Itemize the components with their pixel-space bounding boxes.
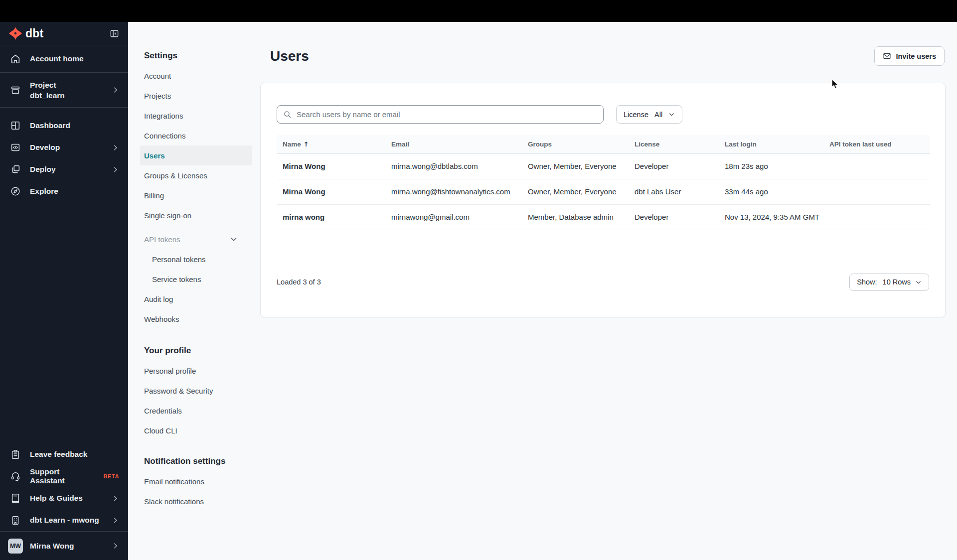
dbt-logo: dbt bbox=[9, 27, 43, 40]
settings-nav-item-connections[interactable]: Connections bbox=[144, 126, 252, 145]
settings-nav: Settings Account Projects Integrations C… bbox=[128, 22, 252, 560]
invite-users-button[interactable]: Invite users bbox=[874, 46, 945, 66]
sidebar-project-name: dbt_learn bbox=[30, 91, 65, 100]
sidebar-item-label: Leave feedback bbox=[30, 450, 87, 459]
code-window-icon bbox=[10, 142, 21, 153]
settings-nav-item-account[interactable]: Account bbox=[144, 66, 252, 86]
settings-nav-item-webhooks[interactable]: Webhooks bbox=[144, 309, 252, 329]
column-header-groups[interactable]: Groups bbox=[522, 135, 629, 153]
dbt-logo-icon bbox=[9, 27, 22, 40]
top-black-bar bbox=[0, 0, 957, 22]
sidebar-item-label: Explore bbox=[30, 187, 58, 196]
settings-nav-heading: Settings bbox=[144, 46, 252, 66]
search-input[interactable] bbox=[297, 110, 597, 119]
settings-nav-item-api-tokens[interactable]: API tokens bbox=[144, 229, 252, 249]
cell-email: mirnawong@gmail.com bbox=[385, 204, 522, 230]
table-row[interactable]: Mirna Wong mirna.wong@dbtlabs.com Owner,… bbox=[277, 153, 930, 179]
page-title: Users bbox=[270, 48, 309, 64]
profile-nav-heading: Your profile bbox=[144, 341, 252, 361]
sidebar-item-project[interactable]: Project dbt_learn bbox=[0, 73, 128, 108]
cell-license: Developer bbox=[629, 153, 719, 179]
column-header-email[interactable]: Email bbox=[385, 135, 522, 153]
settings-nav-item-users[interactable]: Users bbox=[140, 145, 258, 165]
deploy-squares-icon bbox=[10, 164, 21, 175]
license-filter-label: License bbox=[624, 111, 648, 119]
headset-icon bbox=[10, 471, 21, 482]
cell-api-token bbox=[823, 179, 930, 204]
settings-nav-item-personal-profile[interactable]: Personal profile bbox=[144, 361, 252, 381]
sidebar-item-label: Account home bbox=[30, 54, 84, 63]
settings-nav-item-cloud-cli[interactable]: Cloud CLI bbox=[144, 420, 252, 440]
rows-per-page-dropdown[interactable]: Show: 10 Rows bbox=[849, 274, 929, 291]
cell-email: mirna.wong@fishtownanalytics.com bbox=[385, 179, 522, 204]
sidebar-item-support-assistant[interactable]: Support Assistant BETA bbox=[0, 465, 128, 487]
settings-nav-item-groups-licenses[interactable]: Groups & Licenses bbox=[144, 165, 252, 185]
cell-last-login: 18m 23s ago bbox=[719, 153, 823, 179]
settings-nav-item-slack-notifications[interactable]: Slack notifications bbox=[144, 491, 252, 511]
settings-nav-item-single-sign-on[interactable]: Single sign-on bbox=[144, 205, 252, 225]
sidebar-item-help-guides[interactable]: Help & Guides bbox=[0, 487, 128, 509]
column-header-last-login[interactable]: Last login bbox=[719, 135, 823, 153]
main-content: Users Invite users License All bbox=[252, 22, 957, 560]
cell-license: dbt Labs User bbox=[629, 179, 719, 204]
cell-name: Mirna Wong bbox=[277, 153, 385, 179]
cell-last-login: Nov 13, 2024, 9:35 AM GMT bbox=[719, 204, 823, 230]
settings-nav-item-audit-log[interactable]: Audit log bbox=[144, 289, 252, 309]
collapse-sidebar-icon[interactable] bbox=[110, 29, 119, 38]
sidebar-project-label: Project bbox=[30, 80, 65, 90]
building-icon bbox=[10, 515, 21, 526]
sidebar-item-label: Deploy bbox=[30, 165, 56, 174]
user-search bbox=[277, 105, 604, 124]
column-header-api-token-last-used[interactable]: API token last used bbox=[823, 135, 930, 153]
settings-nav-item-email-notifications[interactable]: Email notifications bbox=[144, 471, 252, 491]
settings-nav-item-personal-tokens[interactable]: Personal tokens bbox=[144, 249, 252, 269]
settings-nav-item-service-tokens[interactable]: Service tokens bbox=[144, 269, 252, 289]
sidebar-item-develop[interactable]: Develop bbox=[0, 137, 128, 158]
sidebar-item-leave-feedback[interactable]: Leave feedback bbox=[0, 443, 128, 465]
chevron-right-icon bbox=[112, 495, 119, 502]
table-row[interactable]: Mirna Wong mirna.wong@fishtownanalytics.… bbox=[277, 179, 930, 204]
app-sidebar: dbt Account home Project dbt_learn bbox=[0, 22, 128, 560]
chevron-right-icon bbox=[112, 517, 119, 524]
sidebar-item-label: dbt Learn - mwong bbox=[30, 516, 99, 525]
sidebar-item-account-home[interactable]: Account home bbox=[0, 45, 128, 73]
project-box-icon bbox=[10, 85, 21, 96]
sort-ascending-icon: ↑ bbox=[304, 140, 309, 148]
chevron-right-icon bbox=[112, 542, 119, 550]
sidebar-item-label: Dashboard bbox=[30, 121, 70, 130]
sidebar-item-dashboard[interactable]: Dashboard bbox=[0, 115, 128, 137]
sidebar-item-deploy[interactable]: Deploy bbox=[0, 158, 128, 180]
settings-nav-item-billing[interactable]: Billing bbox=[144, 185, 252, 205]
settings-nav-item-credentials[interactable]: Credentials bbox=[144, 401, 252, 420]
sidebar-item-account-switcher[interactable]: dbt Learn - mwong bbox=[0, 509, 128, 531]
column-header-license[interactable]: License bbox=[629, 135, 719, 153]
table-row[interactable]: mirna wong mirnawong@gmail.com Member, D… bbox=[277, 204, 930, 230]
sidebar-item-label: Support Assistant bbox=[30, 467, 90, 485]
book-icon bbox=[10, 493, 21, 504]
compass-icon bbox=[10, 186, 21, 197]
cell-api-token bbox=[823, 153, 930, 179]
cell-license: Developer bbox=[629, 204, 719, 230]
users-card: License All Name↑ Email Groups License L… bbox=[260, 83, 946, 317]
column-header-name[interactable]: Name↑ bbox=[277, 135, 385, 153]
beta-badge: BETA bbox=[103, 473, 119, 479]
cell-groups: Owner, Member, Everyone bbox=[522, 179, 629, 204]
avatar: MW bbox=[8, 539, 23, 554]
cell-email: mirna.wong@dbtlabs.com bbox=[385, 153, 522, 179]
chevron-right-icon bbox=[112, 166, 119, 173]
chevron-right-icon bbox=[112, 86, 119, 94]
settings-nav-item-integrations[interactable]: Integrations bbox=[144, 106, 252, 126]
settings-nav-item-password-security[interactable]: Password & Security bbox=[144, 381, 252, 401]
sidebar-item-label: Develop bbox=[30, 143, 60, 152]
sidebar-item-explore[interactable]: Explore bbox=[0, 180, 128, 202]
chevron-down-icon bbox=[668, 111, 675, 118]
settings-nav-item-projects[interactable]: Projects bbox=[144, 86, 252, 106]
cell-api-token bbox=[823, 204, 930, 230]
sidebar-user-menu[interactable]: MW Mirna Wong bbox=[0, 531, 128, 560]
license-filter-dropdown[interactable]: License All bbox=[616, 105, 682, 124]
home-icon bbox=[10, 53, 21, 64]
clipboard-icon bbox=[10, 449, 21, 460]
user-name: Mirna Wong bbox=[30, 542, 74, 551]
cell-name: Mirna Wong bbox=[277, 179, 385, 204]
cell-groups: Member, Database admin bbox=[522, 204, 629, 230]
